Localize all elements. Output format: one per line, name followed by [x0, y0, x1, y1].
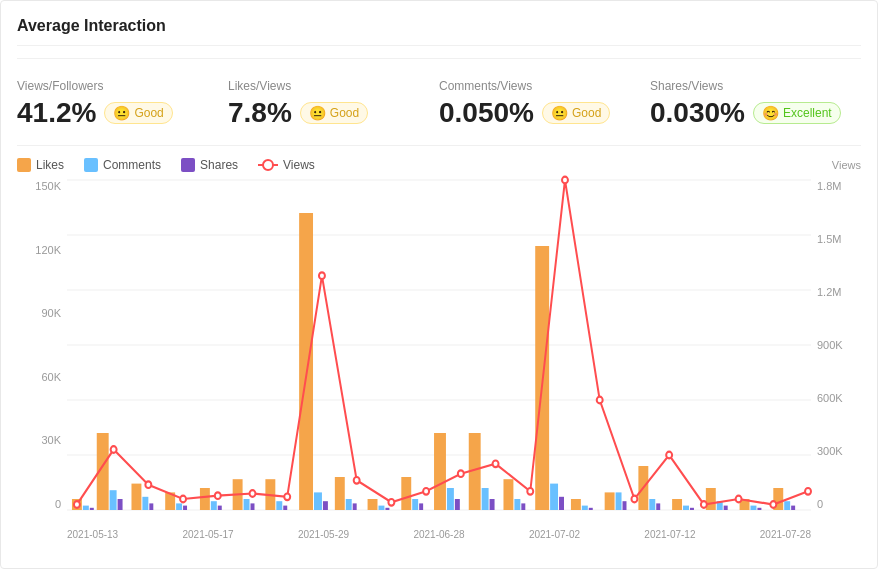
- badge-text-0: Good: [134, 106, 163, 120]
- svg-rect-26: [276, 501, 282, 510]
- svg-rect-31: [335, 477, 345, 510]
- y-left-4: 30K: [41, 434, 61, 446]
- y-left-2: 90K: [41, 307, 61, 319]
- svg-point-92: [736, 496, 742, 503]
- svg-rect-63: [690, 508, 694, 510]
- svg-point-86: [527, 488, 533, 495]
- svg-rect-18: [183, 506, 187, 510]
- svg-rect-60: [656, 503, 660, 510]
- y-right-4: 600K: [817, 392, 843, 404]
- metric-badge-3: 😊 Excellent: [753, 102, 841, 124]
- svg-rect-72: [791, 506, 795, 510]
- svg-rect-32: [346, 499, 352, 510]
- svg-rect-40: [434, 433, 446, 510]
- svg-rect-36: [385, 508, 389, 510]
- badge-text-1: Good: [330, 106, 359, 120]
- svg-rect-55: [605, 492, 615, 510]
- svg-point-78: [250, 490, 256, 497]
- legend-box-comments: [84, 158, 98, 172]
- svg-rect-24: [251, 503, 255, 510]
- legend-box-likes: [17, 158, 31, 172]
- badge-text-3: Excellent: [783, 106, 832, 120]
- chart-legend: Likes Comments Shares Views Views: [17, 158, 861, 172]
- legend-item-views: Views: [258, 158, 315, 172]
- svg-rect-44: [482, 488, 489, 510]
- chart-container: 150K 120K 90K 60K 30K 0: [17, 180, 861, 540]
- svg-rect-66: [724, 506, 728, 510]
- legend-item-comments: Comments: [84, 158, 161, 172]
- svg-rect-54: [589, 508, 593, 510]
- svg-rect-57: [623, 501, 627, 510]
- y-left-1: 120K: [35, 244, 61, 256]
- svg-point-74: [111, 446, 117, 453]
- metric-badge-1: 😐 Good: [300, 102, 368, 124]
- metric-label-1: Likes/Views: [228, 79, 423, 93]
- svg-point-93: [770, 501, 776, 508]
- svg-point-89: [631, 496, 637, 503]
- svg-rect-9: [90, 508, 94, 510]
- svg-rect-45: [490, 499, 495, 510]
- metric-value-1: 7.8% 😐 Good: [228, 97, 423, 129]
- svg-rect-59: [649, 499, 655, 510]
- svg-rect-21: [218, 506, 222, 510]
- legend-box-shares: [181, 158, 195, 172]
- svg-rect-20: [211, 501, 217, 510]
- x-axis: 2021-05-13 2021-05-17 2021-05-29 2021-06…: [67, 529, 811, 540]
- svg-rect-42: [455, 499, 460, 510]
- svg-rect-33: [353, 503, 357, 510]
- svg-rect-69: [757, 508, 761, 510]
- svg-rect-35: [378, 506, 384, 510]
- svg-point-85: [493, 461, 499, 468]
- svg-point-75: [145, 481, 151, 488]
- metric-number-1: 7.8%: [228, 97, 292, 129]
- svg-point-84: [458, 470, 464, 477]
- chart-svg: [67, 180, 811, 510]
- chart-area: [67, 180, 811, 510]
- metric-likes-views: Likes/Views 7.8% 😐 Good: [228, 79, 439, 129]
- legend-item-likes: Likes: [17, 158, 64, 172]
- y-right-1: 1.5M: [817, 233, 841, 245]
- svg-rect-27: [283, 506, 287, 510]
- svg-point-91: [701, 501, 707, 508]
- svg-point-83: [423, 488, 429, 495]
- x-label-3: 2021-06-28: [413, 529, 464, 540]
- svg-rect-38: [412, 499, 418, 510]
- legend-label-comments: Comments: [103, 158, 161, 172]
- svg-rect-34: [368, 499, 378, 510]
- metric-shares-views: Shares/Views 0.030% 😊 Excellent: [650, 79, 861, 129]
- svg-point-87: [562, 177, 568, 184]
- svg-rect-15: [149, 503, 153, 510]
- svg-rect-23: [244, 499, 250, 510]
- svg-point-77: [215, 492, 221, 499]
- svg-rect-68: [750, 506, 756, 510]
- metric-badge-2: 😐 Good: [542, 102, 610, 124]
- y-axis-right: 1.8M 1.5M 1.2M 900K 600K 300K 0: [813, 180, 861, 510]
- svg-rect-12: [118, 499, 123, 510]
- y-left-5: 0: [55, 498, 61, 510]
- svg-rect-53: [582, 506, 588, 510]
- svg-rect-64: [706, 488, 716, 510]
- svg-point-73: [74, 501, 80, 508]
- legend-line-views: [258, 164, 278, 166]
- legend-label-likes: Likes: [36, 158, 64, 172]
- svg-rect-46: [503, 479, 513, 510]
- smiley-icon-2: 😐: [551, 105, 568, 121]
- y-right-2: 1.2M: [817, 286, 841, 298]
- svg-rect-29: [314, 492, 322, 510]
- svg-rect-52: [571, 499, 581, 510]
- svg-rect-41: [447, 488, 454, 510]
- svg-rect-14: [142, 497, 148, 510]
- svg-point-76: [180, 496, 186, 503]
- svg-rect-30: [323, 501, 328, 510]
- svg-rect-71: [784, 501, 790, 510]
- y-right-5: 300K: [817, 445, 843, 457]
- y-right-6: 0: [817, 498, 823, 510]
- legend-label-views: Views: [283, 158, 315, 172]
- svg-point-81: [354, 477, 360, 484]
- svg-point-88: [597, 397, 603, 404]
- metric-value-0: 41.2% 😐 Good: [17, 97, 212, 129]
- svg-rect-28: [299, 213, 313, 510]
- svg-rect-13: [131, 484, 141, 510]
- metric-label-2: Comments/Views: [439, 79, 634, 93]
- svg-point-79: [284, 494, 290, 501]
